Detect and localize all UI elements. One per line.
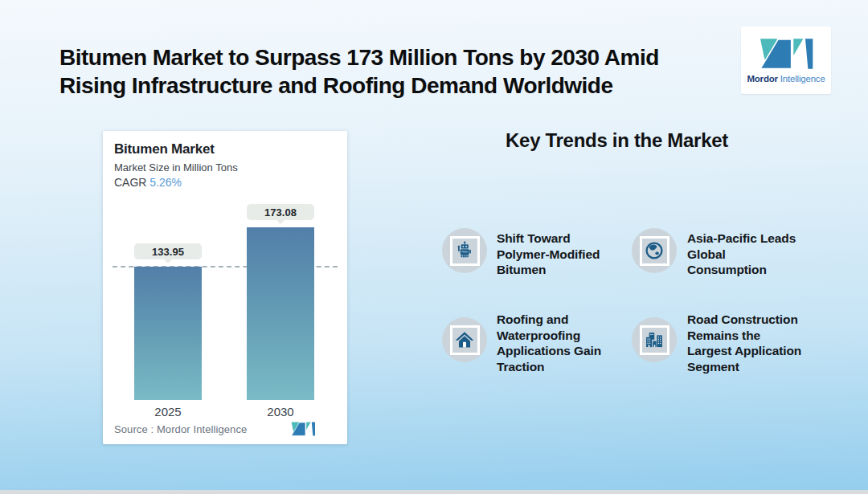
chart-title: Bitumen Market	[114, 141, 215, 157]
icon-frame	[450, 325, 480, 355]
home-icon	[454, 329, 475, 350]
brand-logo: Mordor Intelligence	[741, 27, 831, 94]
mordor-intelligence-logo-icon	[757, 38, 815, 70]
source-attribution: Source : Mordor Intelligence	[114, 423, 247, 435]
trend-icon-roofing	[442, 317, 487, 362]
chart-subtitle: Market Size in Million Tons	[114, 161, 238, 174]
bar-value-label: 133.95	[134, 243, 202, 259]
globe-icon	[644, 240, 665, 261]
key-trends-heading: Key Trends in the Market	[434, 129, 800, 152]
trend-icon-asia-pacific	[632, 228, 677, 273]
bar-2025	[134, 267, 202, 400]
bar-2030	[247, 227, 314, 400]
axis-label-2030: 2030	[247, 405, 314, 418]
trend-text-road-construction: Road Construction Remains the Largest Ap…	[687, 312, 836, 374]
icon-frame	[640, 325, 669, 355]
trend-text-asia-pacific: Asia-Pacific Leads Global Consumption	[687, 231, 832, 278]
mini-brand-logo-icon	[291, 422, 315, 436]
chart-cagr: CAGR 5.26%	[114, 176, 182, 189]
trend-text-polymer: Shift Toward Polymer-Modified Bitumen	[497, 231, 637, 278]
trend-icon-polymer	[442, 228, 487, 273]
axis-label-2025: 2025	[134, 405, 202, 418]
brand-wordmark: Mordor Intelligence	[747, 74, 825, 84]
icon-frame	[450, 236, 480, 266]
cagr-label: CAGR	[114, 176, 149, 189]
page-title: Bitumen Market to Surpass 173 Million To…	[59, 43, 735, 100]
bar-value-label: 173.08	[247, 204, 314, 220]
cagr-value: 5.26%	[149, 176, 182, 189]
market-chart-card: Bitumen Market Market Size in Million To…	[103, 131, 347, 444]
trend-icon-road-construction	[632, 317, 677, 362]
bottom-edge-strip	[0, 490, 868, 494]
robot-icon	[454, 240, 475, 261]
icon-frame	[640, 236, 669, 266]
buildings-icon	[644, 329, 665, 350]
trend-text-roofing: Roofing and Waterproofing Applications G…	[497, 312, 637, 374]
infographic-canvas: Bitumen Market to Surpass 173 Million To…	[0, 0, 868, 494]
bar-chart-plot: 133.95 2025 173.08 2030	[113, 203, 338, 400]
